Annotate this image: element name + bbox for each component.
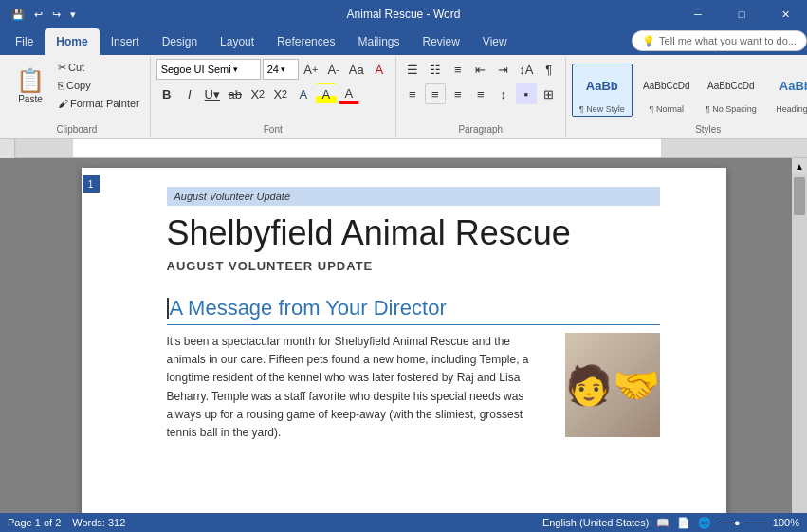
underline-button[interactable]: U▾: [202, 83, 223, 104]
format-painter-label: Format Painter: [70, 98, 139, 109]
tab-insert[interactable]: Insert: [100, 28, 151, 55]
clipboard-group-label: Clipboard: [4, 124, 150, 135]
clear-format-button[interactable]: A: [369, 59, 390, 80]
heading1-preview: AaBb: [767, 66, 807, 104]
view-mode-web-button[interactable]: 🌐: [698, 517, 711, 529]
paragraph-group-content: ☰ ☷ ≡ ⇤ ⇥ ↕A ¶ ≡ ≡ ≡ ≡ ↕ ▪ ⊞: [402, 59, 559, 135]
view-mode-read-button[interactable]: 📖: [656, 517, 669, 529]
line-spacing-button[interactable]: ↕: [493, 83, 514, 104]
format-painter-button[interactable]: 🖌 Format Painter: [53, 95, 144, 112]
svg-rect-2: [661, 139, 807, 157]
tell-me-input[interactable]: 💡 Tell me what you want to do...: [632, 30, 807, 51]
tab-view[interactable]: View: [471, 28, 519, 55]
title-bar: 💾 ↩ ↪ ▾ Animal Rescue - Word ─ □ ✕: [0, 0, 807, 28]
styles-group-label: Styles: [566, 124, 807, 135]
tab-layout[interactable]: Layout: [209, 28, 266, 55]
tab-mailings[interactable]: Mailings: [346, 28, 411, 55]
maximize-button[interactable]: □: [720, 0, 763, 28]
align-right-button[interactable]: ≡: [448, 83, 468, 104]
highlight-color-button[interactable]: A: [316, 83, 337, 104]
lightbulb-icon: 💡: [642, 35, 655, 47]
text-effects-button[interactable]: A: [293, 83, 314, 104]
undo-qat-button[interactable]: ↩: [30, 7, 46, 23]
tab-design[interactable]: Design: [151, 28, 209, 55]
sort-button[interactable]: ↕A: [516, 59, 537, 80]
document-container: 1 August Volunteer Update Shelbyfield An…: [0, 158, 807, 531]
ruler-svg: [16, 139, 807, 157]
subscript-button[interactable]: X2: [248, 83, 268, 104]
change-case-button[interactable]: Aa: [346, 59, 367, 80]
redo-qat-button[interactable]: ↪: [48, 7, 64, 23]
ruler-area: [0, 139, 807, 158]
style-heading1[interactable]: AaBb Heading 1: [765, 64, 807, 117]
align-center-button[interactable]: ≡: [425, 83, 446, 104]
styles-container: AaBb ¶ New Style AaBbCcDd ¶ Normal AaBbC…: [572, 59, 807, 135]
document-body-row: It's been a spectacular month for Shelby…: [167, 333, 660, 442]
close-button[interactable]: ✕: [763, 0, 807, 28]
font-size-arrow-icon: ▾: [281, 64, 285, 74]
paste-button[interactable]: 📋 Paste: [9, 59, 51, 114]
increase-indent-button[interactable]: ⇥: [493, 59, 514, 80]
superscript-button[interactable]: X2: [270, 83, 291, 104]
scroll-up-button[interactable]: ▲: [792, 158, 807, 174]
paragraph-group-label: Paragraph: [396, 124, 565, 135]
normal-style-preview: AaBbCcDd: [638, 66, 695, 104]
style-new-style[interactable]: AaBb ¶ New Style: [572, 64, 633, 117]
page-number: 1: [83, 175, 100, 193]
numbering-button[interactable]: ☷: [425, 59, 446, 80]
qat-dropdown-button[interactable]: ▾: [66, 7, 80, 23]
align-left-button[interactable]: ≡: [402, 83, 423, 104]
copy-label: Copy: [66, 80, 91, 91]
minimize-button[interactable]: ─: [676, 0, 720, 28]
page-info: Page 1 of 2: [8, 517, 61, 528]
zoom-slider[interactable]: ──●──── 100%: [719, 517, 799, 528]
shading-button[interactable]: ▪: [516, 83, 537, 104]
word-count: Words: 312: [72, 517, 125, 528]
decrease-font-button[interactable]: A-: [323, 59, 344, 80]
decrease-indent-button[interactable]: ⇤: [470, 59, 491, 80]
no-spacing-label: ¶ No Spacing: [706, 104, 757, 114]
strikethrough-button[interactable]: ab: [225, 83, 246, 104]
borders-button[interactable]: ⊞: [539, 83, 559, 104]
cut-button[interactable]: ✂ Cut: [53, 59, 144, 76]
save-qat-button[interactable]: 💾: [8, 7, 28, 23]
font-size-selector[interactable]: 24 ▾: [263, 59, 299, 80]
font-color-button[interactable]: A: [339, 83, 359, 104]
copy-button[interactable]: ⎘ Copy: [53, 77, 144, 94]
copy-icon: ⎘: [58, 80, 64, 91]
font-group: Segoe UI Semi ▾ 24 ▾ A+ A- Aa A B I U▾ a…: [151, 57, 396, 137]
increase-font-button[interactable]: A+: [301, 59, 321, 80]
italic-button[interactable]: I: [179, 83, 200, 104]
tab-review[interactable]: Review: [411, 28, 470, 55]
page-number-bar: 1: [82, 168, 101, 531]
tab-references[interactable]: References: [266, 28, 346, 55]
bold-button[interactable]: B: [156, 83, 177, 104]
ribbon-tab-bar: File Home Insert Design Layout Reference…: [0, 28, 807, 55]
multilevel-button[interactable]: ≡: [448, 59, 468, 80]
show-formatting-button[interactable]: ¶: [539, 59, 559, 80]
style-normal[interactable]: AaBbCcDd ¶ Normal: [636, 64, 697, 117]
status-bar: Page 1 of 2 Words: 312 English (United S…: [0, 513, 807, 532]
font-group-content: Segoe UI Semi ▾ 24 ▾ A+ A- Aa A B I U▾ a…: [156, 59, 390, 135]
clipboard-group-content: 📋 Paste ✂ Cut ⎘ Copy 🖌 Format Painter: [9, 59, 144, 135]
language-indicator[interactable]: English (United States): [542, 517, 650, 528]
bullets-button[interactable]: ☰: [402, 59, 423, 80]
no-spacing-preview: AaBbCcDd: [703, 66, 760, 104]
tab-file[interactable]: File: [4, 28, 45, 55]
tell-me-label: Tell me what you want to do...: [659, 35, 797, 46]
vertical-scrollbar[interactable]: ▲: [792, 158, 807, 531]
style-no-spacing[interactable]: AaBbCcDd ¶ No Spacing: [701, 64, 761, 117]
document-title[interactable]: Shelbyfield Animal Rescue: [167, 213, 660, 253]
tab-home[interactable]: Home: [45, 28, 99, 55]
text-cursor: [167, 298, 169, 319]
view-mode-layout-button[interactable]: 📄: [677, 517, 690, 529]
document-scroll-area[interactable]: 1 August Volunteer Update Shelbyfield An…: [15, 158, 792, 531]
scroll-thumb[interactable]: [794, 177, 805, 215]
font-family-selector[interactable]: Segoe UI Semi ▾: [156, 59, 261, 80]
ribbon: 📋 Paste ✂ Cut ⎘ Copy 🖌 Format Painter Cl…: [0, 55, 807, 139]
document-body-text[interactable]: It's been a spectacular month for Shelby…: [167, 333, 550, 442]
clipboard-small-buttons: ✂ Cut ⎘ Copy 🖌 Format Painter: [53, 59, 144, 112]
document-heading[interactable]: A Message from Your Director: [167, 296, 660, 325]
justify-button[interactable]: ≡: [470, 83, 491, 104]
heading1-label: Heading 1: [776, 104, 807, 114]
